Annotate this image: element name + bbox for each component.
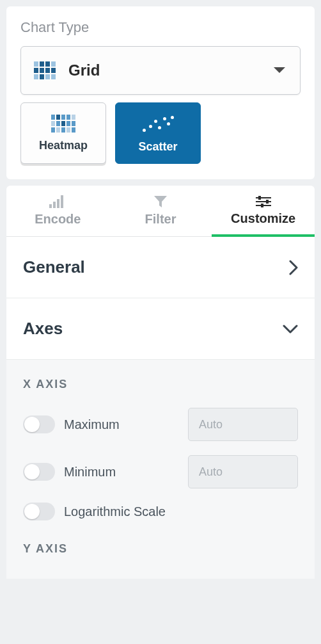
chevron-right-icon: [289, 260, 298, 275]
scatter-icon: [140, 113, 176, 135]
accordion-label: General: [23, 257, 85, 277]
chart-type-dropdown-label: Grid: [68, 61, 100, 79]
svg-rect-2: [57, 199, 59, 208]
x-axis-min-row: Minimum: [23, 455, 298, 488]
chart-type-dropdown[interactable]: Grid: [20, 46, 301, 95]
svg-rect-7: [258, 196, 261, 200]
x-axis-log-row: Logarithmic Scale: [23, 503, 298, 520]
chart-subtype-label: Heatmap: [39, 139, 88, 152]
x-axis-log-label: Logarithmic Scale: [64, 504, 298, 519]
chart-type-panel: Chart Type Grid Heatmap: [6, 6, 315, 179]
chart-subtype-group: Heatmap Scatter: [20, 102, 301, 164]
tab-label: Filter: [145, 212, 176, 227]
chart-config-panel: Encode Filter Customize General Axes: [6, 186, 315, 579]
svg-rect-0: [49, 204, 52, 208]
bars-icon: [49, 195, 66, 208]
tab-label: Encode: [35, 212, 81, 227]
tab-label: Customize: [231, 211, 295, 226]
sliders-icon: [256, 196, 271, 207]
x-axis-min-input[interactable]: [188, 455, 298, 488]
filter-icon: [153, 195, 168, 208]
svg-rect-9: [261, 204, 263, 207]
chevron-down-icon: [283, 325, 298, 334]
y-axis-header: Y AXIS: [23, 542, 298, 556]
x-axis-log-toggle[interactable]: [23, 503, 55, 520]
chart-subtype-label: Scatter: [138, 140, 177, 154]
tab-filter[interactable]: Filter: [109, 186, 212, 236]
chart-subtype-scatter[interactable]: Scatter: [115, 102, 201, 164]
svg-rect-8: [266, 200, 269, 204]
x-axis-min-toggle[interactable]: [23, 463, 55, 481]
tab-encode[interactable]: Encode: [6, 186, 109, 236]
accordion-label: Axes: [23, 319, 63, 339]
x-axis-max-toggle[interactable]: [23, 415, 55, 433]
chart-type-title: Chart Type: [20, 19, 301, 36]
x-axis-min-label: Minimum: [64, 465, 188, 479]
x-axis-max-input[interactable]: [188, 408, 298, 441]
tab-bar: Encode Filter Customize: [6, 186, 315, 237]
axes-content: X AXIS Maximum Minimum Logarithmic Scale…: [6, 360, 315, 579]
chart-subtype-heatmap[interactable]: Heatmap: [20, 102, 106, 164]
heatmap-icon: [51, 115, 75, 133]
x-axis-header: X AXIS: [23, 378, 298, 391]
tab-customize[interactable]: Customize: [212, 186, 315, 236]
accordion-general[interactable]: General: [6, 237, 315, 298]
svg-rect-3: [61, 195, 63, 208]
svg-rect-1: [53, 202, 56, 208]
accordion-axes[interactable]: Axes: [6, 298, 315, 360]
grid-icon: [34, 61, 56, 79]
x-axis-max-label: Maximum: [64, 417, 188, 432]
chevron-down-icon: [273, 67, 286, 74]
x-axis-max-row: Maximum: [23, 408, 298, 441]
